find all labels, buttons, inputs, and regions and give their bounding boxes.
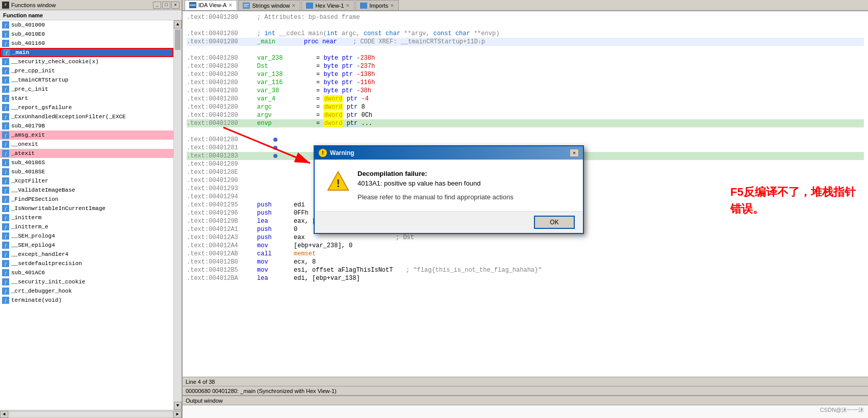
func-name: sub_4018SE [11,169,45,175]
ida-view-icon [189,2,196,8]
functions-window-icon: f [2,2,9,9]
csdn-watermark: CSDN@沐一一沐 [820,406,864,414]
code-line: .text:00401280 var_138 = byte ptr -138h [187,70,864,79]
list-item[interactable]: f _crt_debugger_hook [0,286,173,296]
functions-scrollbar[interactable]: ▲ ▼ [173,20,182,410]
dialog-close-button[interactable]: ✕ [570,149,579,157]
code-line: .text:00401280 Dst = byte ptr -237h [187,62,864,70]
list-item[interactable]: f sub_4010E0 [0,30,173,39]
functions-window-titlebar: f Functions window _ □ ✕ [0,0,182,10]
tab-strings-label: Strings window [252,3,290,9]
list-item[interactable]: f __tmainCRTStartup [0,75,173,85]
output-window-header: Output window [183,396,868,405]
list-item[interactable]: f _initterm [0,213,173,222]
list-item[interactable]: f sub_401160 [0,39,173,48]
func-name: _pre_c_init [11,86,48,92]
func-icon: f [2,95,9,102]
list-item[interactable]: f __onexit [0,140,173,149]
list-item[interactable]: f _IsNonwritableInCurrentImage [0,204,173,213]
func-icon: f [2,168,9,175]
code-line: .text:004012B0 mov ecx, 8 [187,258,864,266]
func-icon: f [2,223,9,230]
tab-bar: IDA View-A ✕ Strings window ✕ Hex View-1… [183,0,868,11]
tab-imports-close[interactable]: ✕ [390,3,394,8]
func-name: __report_gsfailure [11,104,72,111]
tab-hex-close[interactable]: ✕ [346,3,350,8]
minimize-button[interactable]: _ [153,2,161,9]
func-name: _FindPESection [11,196,58,202]
code-line: .text:00401280 [187,136,864,144]
func-icon: f [2,159,9,166]
list-item[interactable]: f _main [0,48,173,57]
list-item[interactable]: f _pre_cpp_init [0,66,173,75]
close-button[interactable]: ✕ [171,2,180,9]
tab-strings[interactable]: Strings window ✕ [238,0,300,10]
dialog-warning-icon: ! [327,170,349,194]
list-item[interactable]: f __SEH_epilog4 [0,241,173,250]
scroll-down[interactable]: ▼ [174,402,182,410]
func-icon: f [2,269,9,276]
dialog-line3: Please refer to the manual to find appro… [358,193,514,201]
list-item[interactable]: f sub_401AC6 [0,268,173,277]
func-name: start [11,95,28,101]
func-icon: f [2,251,9,258]
ok-button[interactable]: OK [534,216,575,229]
list-item[interactable]: f __ValidateImageBase [0,186,173,195]
list-item[interactable]: f __except_handler4 [0,250,173,259]
func-icon: f [2,76,9,84]
list-item[interactable]: f _CxxUnhandledExceptionFilter(_EXCE [0,112,173,121]
tab-ida-view[interactable]: IDA View-A ✕ [185,0,237,10]
list-item[interactable]: f _initterm_e [0,222,173,231]
list-item[interactable]: f _amsg_exit [0,130,173,140]
code-line: .text:00401280 ; int __cdecl main(int ar… [187,30,864,38]
function-name-header: Function name [0,10,182,20]
list-item[interactable]: f __security_init_cookie [0,277,173,286]
func-icon: f [3,49,10,56]
func-icon: f [2,288,9,295]
func-icon: f [2,21,9,29]
list-item[interactable]: f _XcptFilter [0,176,173,186]
list-item[interactable]: f _pre_c_init [0,85,173,94]
list-item[interactable]: f sub_40186S [0,158,173,167]
warning-dialog[interactable]: ! Warning ✕ ! Decompilation failure: [314,145,584,234]
func-name: _initterm [11,215,41,221]
tab-close-icon[interactable]: ✕ [228,3,233,8]
func-icon: f [2,104,9,111]
list-item[interactable]: f sub_4018SE [0,167,173,176]
hscroll-left[interactable]: ◄ [0,411,8,418]
func-name: __except_handler4 [11,251,68,257]
func-name: __SEH_epilog4 [11,242,55,248]
dialog-titlebar: ! Warning ✕ [315,146,583,160]
list-item[interactable]: f start [0,94,173,103]
func-icon: f [2,58,9,65]
list-item[interactable]: f __SEH_prolog4 [0,231,173,241]
tab-imports-label: Imports [369,3,388,9]
func-name: _atexit [11,150,35,156]
func-name: sub_40186S [11,160,45,166]
tab-ida-view-label: IDA View-A [198,2,226,8]
list-item[interactable]: f terminate(void) [0,296,173,305]
scroll-up[interactable]: ▲ [174,20,182,29]
hscroll-right[interactable]: ► [173,411,182,418]
tab-hex-view[interactable]: Hex View-1 ✕ [301,0,354,10]
list-item[interactable]: f sub_401000 [0,20,173,30]
func-icon: f [2,278,9,285]
func-name: __SEH_prolog4 [11,233,55,239]
list-item[interactable]: f __report_gsfailure [0,103,173,112]
functions-list[interactable]: f sub_401000 f sub_4010E0 f sub_401160 [0,20,173,410]
restore-button[interactable]: □ [162,2,170,9]
func-icon: f [2,214,9,221]
list-item[interactable]: f __setdefaultprecision [0,259,173,268]
func-name: __security_check_cookie(x) [11,59,99,65]
code-line: .text:00401280 envp = dword ptr ... [187,119,864,127]
func-name: __setdefaultprecision [11,260,82,267]
code-line: .text:004012B5 mov esi, offset aFlagThis… [187,266,864,274]
scroll-thumb[interactable] [175,30,181,50]
list-item[interactable]: f _atexit [0,149,173,158]
list-item[interactable]: f sub_40179B [0,121,173,130]
list-item[interactable]: f __security_check_cookie(x) [0,57,173,66]
list-item[interactable]: f _FindPESection [0,195,173,204]
func-name: __ValidateImageBase [11,187,75,193]
tab-strings-close[interactable]: ✕ [292,3,296,8]
tab-imports[interactable]: Imports ✕ [355,0,399,10]
